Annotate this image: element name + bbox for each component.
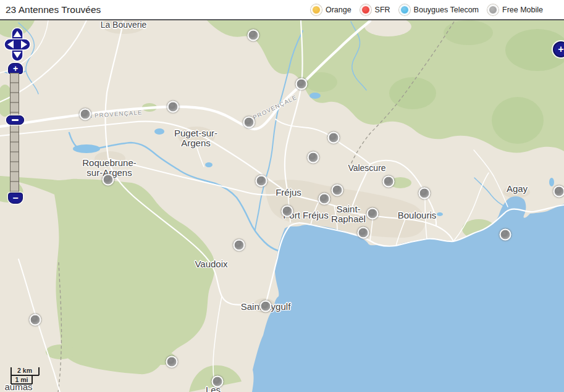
antenna-marker[interactable] bbox=[367, 208, 379, 220]
zoom-slider-handle[interactable] bbox=[6, 115, 24, 125]
zoom-out-button[interactable]: − bbox=[8, 193, 23, 204]
antenna-marker[interactable] bbox=[383, 176, 395, 188]
antenna-marker[interactable] bbox=[103, 174, 114, 186]
zoom-slider-track[interactable] bbox=[10, 73, 19, 193]
antenna-marker[interactable] bbox=[248, 30, 259, 41]
antenna-marker[interactable] bbox=[80, 109, 91, 120]
antenna-marker[interactable] bbox=[260, 301, 272, 312]
antenna-marker[interactable] bbox=[256, 175, 267, 187]
slider-handle-dash-icon bbox=[12, 119, 19, 121]
map[interactable]: La BouveriePuget-sur-ArgensRoquebrune-su… bbox=[0, 20, 564, 392]
antenna-marker[interactable] bbox=[166, 356, 178, 368]
antenna-marker[interactable] bbox=[319, 193, 330, 205]
network-color-icon bbox=[311, 4, 322, 15]
network-color-icon bbox=[399, 4, 410, 15]
antenna-marker[interactable] bbox=[553, 186, 564, 198]
legend-label: Orange bbox=[326, 6, 351, 14]
antenna-marker[interactable] bbox=[332, 185, 343, 196]
antenna-marker[interactable] bbox=[358, 227, 369, 239]
pan-control[interactable] bbox=[3, 27, 32, 62]
antenna-marker[interactable] bbox=[243, 117, 255, 128]
legend-item: Bouygues Telecom bbox=[399, 4, 479, 15]
header: 23 Antennes Trouvées OrangeSFRBouygues T… bbox=[0, 0, 564, 20]
antenna-marker[interactable] bbox=[282, 206, 293, 217]
antenna-marker[interactable] bbox=[296, 78, 308, 90]
antenna-marker[interactable] bbox=[419, 188, 431, 199]
antenna-marker[interactable] bbox=[500, 229, 511, 241]
legend-label: Free Mobile bbox=[502, 6, 543, 14]
antenna-marker[interactable] bbox=[328, 132, 340, 144]
antenna-marker[interactable] bbox=[212, 376, 224, 388]
legend: OrangeSFRBouygues TelecomFree Mobile bbox=[311, 4, 543, 15]
antenna-marker[interactable] bbox=[234, 240, 245, 251]
antenna-map-app: 23 Antennes Trouvées OrangeSFRBouygues T… bbox=[0, 0, 564, 392]
antenna-marker[interactable] bbox=[167, 101, 179, 113]
page-title: 23 Antennes Trouvées bbox=[6, 4, 101, 15]
scale-km-label: 2 km bbox=[17, 367, 32, 374]
scale-bar: 2 km 1 mi bbox=[0, 363, 68, 392]
network-color-icon bbox=[360, 4, 371, 15]
antenna-marker[interactable] bbox=[30, 314, 41, 326]
legend-item: Orange bbox=[311, 4, 351, 15]
legend-item: SFR bbox=[360, 4, 390, 15]
map-markers bbox=[0, 20, 564, 392]
legend-item: Free Mobile bbox=[487, 4, 543, 15]
antenna-marker[interactable] bbox=[308, 152, 319, 164]
network-color-icon bbox=[487, 4, 499, 15]
scale-mi-label: 1 mi bbox=[15, 376, 28, 383]
legend-label: SFR bbox=[375, 6, 390, 14]
legend-label: Bouygues Telecom bbox=[414, 6, 479, 14]
